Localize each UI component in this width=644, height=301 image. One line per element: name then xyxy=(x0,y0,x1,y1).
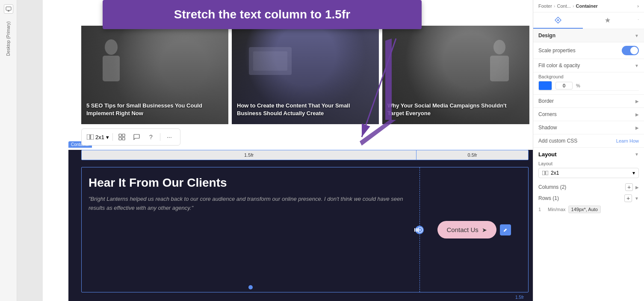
svg-rect-8 xyxy=(87,134,90,140)
svg-rect-3 xyxy=(103,56,120,81)
minmax-value[interactable]: 149px*, Auto xyxy=(568,206,601,213)
contact-btn-wrapper: Contact Us ➤ xyxy=(437,221,511,238)
main-area: Stretch the text column to 1.5fr 5 SEO T… xyxy=(17,0,533,301)
panel-breadcrumb: Footer › Cont... › Container › xyxy=(533,0,644,12)
panel-options-dots[interactable]: · xyxy=(632,12,644,29)
content-row: Hear It From Our Clients "Bright Lantern… xyxy=(81,167,529,292)
column-handle-dot xyxy=(248,285,253,289)
columns-expand-arrow[interactable]: ▶ xyxy=(635,185,639,190)
canvas-toolbar: 2x1 ▾ ? ··· xyxy=(81,128,180,146)
learn-how-link[interactable]: Learn How xyxy=(616,138,639,143)
footer-section: Container 1.5fr 0.5fr Hear It From Our C… xyxy=(68,150,533,301)
breadcrumb-sep-2: › xyxy=(573,3,574,9)
left-sidebar: Desktop (Primary) xyxy=(0,0,17,301)
grid-col-2: 0.5fr xyxy=(417,150,528,160)
more-btn[interactable]: ··· xyxy=(164,131,175,143)
text-column: Hear It From Our Clients "Bright Lantern… xyxy=(82,167,419,292)
toggle-knob xyxy=(630,47,638,54)
blog-card-title-2: How to Create the Content That Your Smal… xyxy=(237,102,374,117)
background-row: % xyxy=(538,81,639,91)
edit-button[interactable] xyxy=(500,224,511,235)
svg-point-18 xyxy=(557,19,559,21)
layout-sublabel: Layout xyxy=(538,161,639,166)
tab-design[interactable] xyxy=(533,12,583,29)
svg-rect-19 xyxy=(542,171,545,175)
layout-section-header: Layout ▼ xyxy=(538,151,639,158)
layout-dropdown-arrow: ▾ xyxy=(632,170,635,176)
contact-us-button[interactable]: Contact Us ➤ xyxy=(437,221,496,238)
design-expand-arrow[interactable]: ▼ xyxy=(635,33,639,38)
toolbar-sep-2 xyxy=(160,133,160,141)
columns-controls: + ▶ xyxy=(625,183,639,191)
column-size-label: 1.5fr xyxy=(515,295,524,300)
panel-collapse-btn[interactable]: › xyxy=(637,3,639,9)
svg-rect-13 xyxy=(122,137,125,140)
quote-text: "Bright Lanterns helped us reach back to… xyxy=(89,195,413,213)
blog-card-title-1: 5 SEO Tips for Small Businesses You Coul… xyxy=(86,102,223,117)
rows-option-row: Rows (1) + ▼ xyxy=(538,193,639,204)
blog-card: 5 SEO Tips for Small Businesses You Coul… xyxy=(81,26,228,124)
rows-expand-arrow[interactable]: ▼ xyxy=(635,196,639,201)
svg-point-6 xyxy=(493,40,505,54)
svg-rect-1 xyxy=(8,11,9,12)
bg-color-swatch[interactable] xyxy=(538,81,552,90)
background-section: Background % xyxy=(533,72,644,95)
blog-card-title-3: Why Your Social Media Campaigns Shouldn'… xyxy=(387,102,524,117)
design-section-header: Design ▼ xyxy=(533,29,644,42)
layout-dropdown[interactable]: 2x1 ▾ xyxy=(538,168,639,178)
breadcrumb-sep-1: › xyxy=(554,3,555,9)
shadow-arrow: ▶ xyxy=(635,125,639,130)
grid-col-1: 1.5fr xyxy=(82,150,417,160)
tab-interactions[interactable] xyxy=(583,12,632,29)
layout-select[interactable]: 2x1 ▾ xyxy=(87,134,109,140)
breadcrumb-item-footer[interactable]: Footer xyxy=(538,3,552,9)
columns-option-row: Columns (2) + ▶ xyxy=(538,182,639,193)
sidebar-label: Desktop (Primary) xyxy=(6,21,11,56)
send-icon: ➤ xyxy=(482,226,487,233)
border-row[interactable]: Border ▶ xyxy=(533,95,644,108)
grid-btn[interactable] xyxy=(116,131,127,143)
blog-card-3: Why Your Social Media Campaigns Shouldn'… xyxy=(382,26,529,124)
custom-css-row: Add custom CSS Learn How xyxy=(533,134,644,148)
blog-cards-section: 5 SEO Tips for Small Businesses You Coul… xyxy=(81,26,533,124)
bg-percent-label: % xyxy=(576,83,580,88)
background-label: Background xyxy=(538,74,639,79)
layout-section: Layout ▼ Layout 2x1 ▾ Columns (2) + ▶ Ro… xyxy=(533,148,644,218)
right-panel: Footer › Cont... › Container › · Design … xyxy=(533,0,644,301)
svg-point-2 xyxy=(105,39,118,55)
contact-column: Contact Us ➤ 1.5fr xyxy=(419,167,528,292)
columns-add-btn[interactable]: + xyxy=(625,183,633,191)
desktop-icon[interactable] xyxy=(4,4,13,14)
toolbar-sep-1 xyxy=(112,133,113,141)
section-title: Hear It From Our Clients xyxy=(89,176,413,190)
scale-properties-row: Scale properties xyxy=(533,42,644,59)
panel-tabs: · xyxy=(533,12,644,29)
blog-card-2: How to Create the Content That Your Smal… xyxy=(232,26,379,124)
svg-rect-11 xyxy=(122,134,125,137)
column-drag-handle[interactable] xyxy=(415,226,424,234)
comment-btn[interactable] xyxy=(131,131,142,143)
rows-add-btn[interactable]: + xyxy=(624,194,632,202)
breadcrumb-item-cont[interactable]: Cont... xyxy=(557,3,570,9)
fill-expand-arrow: ▼ xyxy=(635,63,639,68)
minmax-row: 1 Min/max 149px*, Auto xyxy=(538,204,639,215)
rows-controls: + ▼ xyxy=(624,194,639,202)
corners-arrow: ▶ xyxy=(635,112,639,117)
row-number: 1 xyxy=(538,207,545,212)
bg-opacity-input[interactable] xyxy=(555,82,573,89)
svg-rect-10 xyxy=(119,134,121,137)
breadcrumb-item-container: Container xyxy=(576,3,598,9)
corners-row[interactable]: Corners ▶ xyxy=(533,108,644,121)
scale-properties-toggle[interactable] xyxy=(622,46,639,55)
fill-color-row[interactable]: Fill color & opacity ▼ xyxy=(533,59,644,72)
svg-rect-20 xyxy=(546,171,548,175)
border-arrow: ▶ xyxy=(635,99,639,104)
layout-expand-arrow[interactable]: ▼ xyxy=(635,152,639,157)
svg-rect-9 xyxy=(91,134,94,140)
svg-rect-7 xyxy=(490,56,509,81)
help-btn[interactable]: ? xyxy=(145,131,157,143)
annotation-banner: Stretch the text column to 1.5fr xyxy=(103,0,422,29)
shadow-row[interactable]: Shadow ▶ xyxy=(533,121,644,134)
svg-rect-5 xyxy=(253,51,287,71)
svg-rect-12 xyxy=(119,137,121,140)
